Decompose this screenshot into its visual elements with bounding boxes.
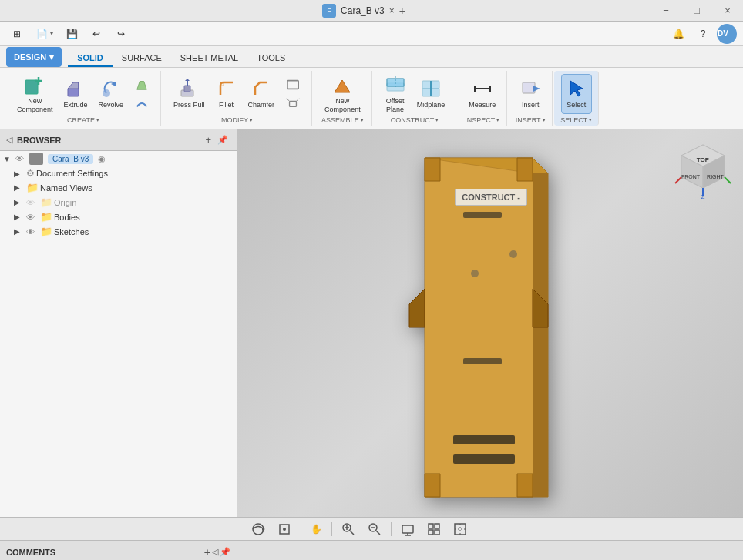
eye-icon-bodies[interactable]: 👁 bbox=[26, 213, 39, 222]
insert-button[interactable]: Insert bbox=[515, 74, 546, 114]
settings-icon-doc: ⚙ bbox=[26, 168, 35, 179]
save-button[interactable]: 💾 bbox=[61, 25, 82, 43]
tab-surface[interactable]: SURFACE bbox=[113, 50, 171, 67]
file-icon: 📄 bbox=[35, 28, 48, 40]
svg-line-56 bbox=[675, 177, 681, 183]
zoom-fit-button[interactable] bbox=[337, 521, 360, 538]
tab-tools[interactable]: TOOLS bbox=[247, 50, 294, 67]
joint-icon bbox=[331, 74, 353, 96]
sidebar-item-document-settings[interactable]: ▶ ⚙ Document Settings bbox=[0, 166, 237, 180]
revolve-button[interactable]: Revolve bbox=[94, 74, 129, 114]
sidebar-item-bodies[interactable]: ▶ 👁 📁 Bodies bbox=[0, 210, 237, 224]
model-canvas bbox=[237, 129, 743, 517]
maximize-button[interactable]: □ bbox=[681, 0, 712, 22]
sidebar-item-cara-b-v3[interactable]: ▼ 👁 Cara_B v3 ◉ bbox=[0, 151, 237, 166]
new-component-label: NewComponent bbox=[17, 97, 53, 114]
fillet-button[interactable]: Fillet bbox=[211, 74, 242, 114]
titlebar: F Cara_B v3 × + − □ × bbox=[0, 0, 743, 22]
display-settings-button[interactable] bbox=[396, 521, 419, 538]
zoom-button[interactable] bbox=[363, 521, 386, 538]
tab-close-button[interactable]: × bbox=[389, 5, 395, 16]
sidebar-item-sketches[interactable]: ▶ 👁 📁 Sketches bbox=[0, 224, 237, 239]
measure-icon bbox=[472, 78, 493, 99]
svg-line-16 bbox=[287, 98, 290, 101]
design-button[interactable]: DESIGN ▾ bbox=[6, 47, 62, 67]
assemble-group-label[interactable]: ASSEMBLE ▾ bbox=[321, 116, 364, 124]
create-dropdown-arrow: ▾ bbox=[96, 117, 99, 123]
close-button[interactable]: × bbox=[712, 0, 743, 22]
orbit-button[interactable] bbox=[247, 521, 270, 538]
tab-solid[interactable]: SOLID bbox=[68, 50, 113, 67]
snap-settings-button[interactable] bbox=[449, 521, 472, 538]
eye-icon-cara[interactable]: 👁 bbox=[15, 154, 28, 163]
modify-group-items: Press Pull Fillet Chamfer bbox=[169, 72, 305, 115]
create-group-label[interactable]: CREATE ▾ bbox=[67, 116, 99, 124]
press-pull-button[interactable]: Press Pull bbox=[169, 74, 210, 114]
user-button[interactable]: DV bbox=[717, 24, 737, 44]
select-group-label[interactable]: SELECT ▾ bbox=[560, 116, 592, 124]
new-component-button[interactable]: NewComponent bbox=[12, 74, 58, 114]
ribbon-group-create: NewComponent Extrude Revolve bbox=[6, 71, 161, 126]
toolbar-separator-1 bbox=[301, 522, 301, 536]
sidebar-add-button[interactable]: + bbox=[203, 133, 213, 146]
viewport[interactable]: CONSTRUCT - TOP FRONT RIGHT Z bbox=[237, 129, 743, 517]
comments-add-button[interactable]: + bbox=[204, 546, 210, 558]
redo-button[interactable]: ↪ bbox=[110, 25, 132, 43]
construct-group-label[interactable]: CONSTRUCT ▾ bbox=[391, 116, 439, 124]
loft-button[interactable] bbox=[129, 76, 154, 93]
svg-marker-33 bbox=[425, 158, 533, 497]
sidebar-item-named-views[interactable]: ▶ 📁 Named Views bbox=[0, 180, 237, 195]
sidebar-item-origin[interactable]: ▶ 👁 📁 Origin bbox=[0, 195, 237, 210]
eye-icon-sketches[interactable]: 👁 bbox=[26, 227, 39, 236]
svg-rect-42 bbox=[463, 212, 502, 218]
shell-button[interactable] bbox=[281, 76, 305, 93]
modify-group-label[interactable]: MODIFY ▾ bbox=[221, 116, 253, 124]
extrude-button[interactable]: Extrude bbox=[59, 74, 92, 114]
main-area: ◁ BROWSER + 📌 ▼ 👁 Cara_B v3 ◉ ▶ ⚙ Docume… bbox=[0, 129, 743, 517]
grid-button[interactable]: ⊞ bbox=[6, 25, 28, 43]
expand-arrow-bodies: ▶ bbox=[14, 213, 25, 221]
offset-plane-button[interactable]: OffsetPlane bbox=[380, 74, 411, 114]
grid-settings-button[interactable] bbox=[422, 521, 445, 538]
pan-button[interactable]: ✋ bbox=[306, 521, 327, 538]
comments-collapse-button[interactable]: ◁ bbox=[212, 546, 218, 558]
eye-icon-origin[interactable]: 👁 bbox=[26, 198, 39, 207]
new-tab-button[interactable]: + bbox=[399, 5, 405, 17]
undo-button[interactable]: ↩ bbox=[86, 25, 107, 43]
sidebar-collapse-icon: ◁ bbox=[6, 135, 12, 145]
svg-marker-38 bbox=[425, 474, 440, 497]
folder-icon-origin: 📁 bbox=[40, 196, 52, 208]
insert-group-label[interactable]: INSERT ▾ bbox=[516, 116, 546, 124]
redo-icon: ↪ bbox=[115, 28, 127, 40]
ribbon: NewComponent Extrude Revolve bbox=[0, 68, 743, 129]
measure-button[interactable]: Measure bbox=[464, 74, 500, 114]
cara-radio-icon: ◉ bbox=[98, 154, 106, 164]
sidebar-pin-button[interactable]: 📌 bbox=[215, 133, 230, 146]
help-button[interactable]: ? bbox=[692, 25, 714, 43]
ribbon-group-assemble: NewComponent ASSEMBLE ▾ bbox=[314, 71, 372, 126]
expand-arrow-sketches: ▶ bbox=[14, 227, 25, 236]
svg-marker-31 bbox=[570, 81, 583, 96]
axis-cube[interactable]: TOP FRONT RIGHT Z bbox=[672, 139, 734, 200]
inspect-group-label[interactable]: INSPECT ▾ bbox=[465, 116, 499, 124]
svg-rect-43 bbox=[463, 358, 502, 364]
notifications-button[interactable]: 🔔 bbox=[667, 25, 689, 43]
sidebar-header: ◁ BROWSER + 📌 bbox=[0, 129, 237, 151]
doc-settings-label: Document Settings bbox=[36, 169, 108, 178]
inspect-group-items: Measure bbox=[464, 72, 500, 115]
sweep-button[interactable] bbox=[129, 95, 154, 112]
toolbar-separator-2 bbox=[331, 522, 332, 536]
svg-line-68 bbox=[376, 531, 380, 535]
select-button[interactable]: Select bbox=[561, 74, 592, 114]
scale-button[interactable] bbox=[281, 95, 305, 112]
comments-pin-button[interactable]: 📌 bbox=[220, 546, 230, 558]
svg-line-64 bbox=[350, 531, 354, 535]
tab-sheet-metal[interactable]: SHEET METAL bbox=[171, 50, 247, 67]
joint-button[interactable]: NewComponent bbox=[320, 74, 365, 114]
chamfer-button[interactable]: Chamfer bbox=[244, 74, 280, 114]
file-button[interactable]: 📄▾ bbox=[31, 25, 58, 43]
press-pull-label: Press Pull bbox=[173, 101, 205, 109]
look-at-button[interactable] bbox=[273, 521, 296, 538]
midplane-button[interactable]: Midplane bbox=[412, 74, 450, 114]
minimize-button[interactable]: − bbox=[651, 0, 681, 22]
